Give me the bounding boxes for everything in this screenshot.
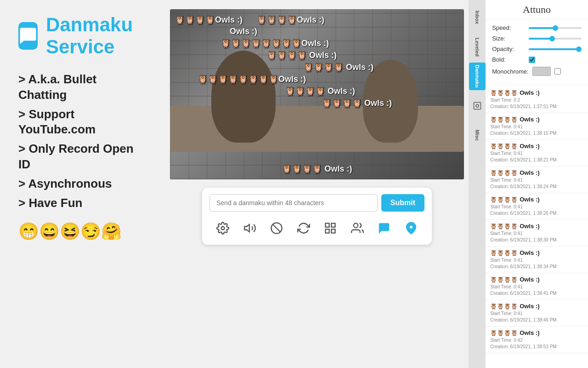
danmaku-input[interactable]	[209, 194, 378, 212]
refresh-icon[interactable]	[294, 218, 314, 238]
size-slider-track[interactable]	[529, 38, 582, 40]
message-owls-5: 🦉🦉🦉🦉	[490, 223, 518, 230]
controls-section: Speed: Size: Opacity: B	[486, 20, 588, 85]
message-header-6: 🦉🦉🦉🦉 Owls :)	[490, 249, 583, 256]
video-background: 🦉🦉🦉🦉Owls :) 🦉🦉🦉🦉Owls :) Owls :) 🦉🦉🦉🦉🦉🦉🦉🦉…	[170, 9, 464, 179]
speed-slider-track[interactable]	[529, 27, 582, 29]
bold-checkbox[interactable]	[529, 57, 535, 63]
message-owls-7: 🦉🦉🦉🦉	[490, 276, 518, 283]
message-item-4[interactable]: 🦉🦉🦉🦉 Owls :) Start Time: 0:41 Creation: …	[486, 193, 588, 220]
message-header-7: 🦉🦉🦉🦉 Owls :)	[490, 276, 583, 283]
size-slider-fill	[529, 38, 552, 40]
sidebar-tab-danmaku[interactable]: Danmaku	[469, 63, 486, 90]
message-item-3[interactable]: 🦉🦉🦉🦉 Owls :) Start Time: 0:41 Creation: …	[486, 167, 588, 193]
message-name-8: Owls :)	[520, 303, 539, 310]
feature-item-1: > Support YouTube.com	[18, 107, 147, 138]
danmaku-bottom-line: 🦉🦉🦉🦉 Owls :)	[282, 164, 352, 174]
speed-control-row: Speed:	[492, 24, 582, 31]
size-slider-thumb[interactable]	[549, 36, 555, 41]
message-item-6[interactable]: 🦉🦉🦉🦉 Owls :) Start Time: 0:41 Creation: …	[486, 247, 588, 273]
message-owls-8: 🦉🦉🦉🦉	[490, 303, 518, 310]
bold-label: Bold:	[492, 56, 525, 63]
danmaku-bottom: 🦉🦉🦉🦉 Owls :)	[282, 163, 352, 175]
svg-rect-5	[332, 224, 335, 227]
message-item-5[interactable]: 🦉🦉🦉🦉 Owls :) Start Time: 0:41 Creation: …	[486, 220, 588, 247]
app-title-text: Danmaku Service	[46, 14, 147, 58]
video-player[interactable]: 🦉🦉🦉🦉Owls :) 🦉🦉🦉🦉Owls :) Owls :) 🦉🦉🦉🦉🦉🦉🦉🦉…	[170, 9, 464, 179]
owl-right	[363, 60, 418, 143]
block-icon[interactable]	[266, 218, 287, 238]
message-name-9: Owls :)	[520, 329, 539, 336]
monochrome-checkbox[interactable]	[554, 68, 561, 75]
owl-left	[211, 51, 276, 143]
settings-icon[interactable]	[213, 218, 233, 238]
feature-item-3: > Asynchronous	[18, 176, 147, 192]
sidebar-tabs: Inbox Leveled Danmaku Misc	[469, 0, 486, 368]
opacity-label: Opacity:	[492, 46, 525, 52]
svg-point-9	[409, 225, 413, 229]
message-start-7: Start Time: 0:41	[490, 284, 583, 290]
message-name-0: Owls :)	[520, 89, 539, 96]
message-start-2: Start Time: 0:41	[490, 150, 583, 157]
svg-marker-1	[244, 224, 249, 232]
message-creation-2: Creation: 6/19/2021, 1:38:21 PM	[490, 157, 583, 163]
message-header-5: 🦉🦉🦉🦉 Owls :)	[490, 223, 583, 230]
speed-label: Speed:	[492, 24, 525, 31]
input-row: Submit	[209, 194, 424, 212]
message-name-6: Owls :)	[520, 249, 539, 256]
message-owls-6: 🦉🦉🦉🦉	[490, 250, 518, 256]
opacity-slider-track[interactable]	[529, 48, 582, 50]
pin-icon[interactable]	[401, 218, 421, 238]
message-creation-7: Creation: 6/19/2021, 1:38:41 PM	[490, 290, 583, 297]
message-start-4: Start Time: 0:41	[490, 204, 583, 210]
chat-bubble-icon	[18, 26, 38, 46]
svg-line-3	[273, 224, 280, 232]
users-icon[interactable]	[347, 218, 368, 238]
message-item-2[interactable]: 🦉🦉🦉🦉 Owls :) Start Time: 0:41 Creation: …	[486, 140, 588, 167]
message-owls-4: 🦉🦉🦉🦉	[490, 196, 518, 203]
message-creation-6: Creation: 6/19/2021, 1:38:34 PM	[490, 264, 583, 270]
monochrome-color-swatch[interactable]	[532, 67, 551, 76]
svg-point-0	[221, 227, 225, 230]
message-item-1[interactable]: 🦉🦉🦉🦉 Owls :) Start Time: 0:41 Creation: …	[486, 113, 588, 140]
message-header-1: 🦉🦉🦉🦉 Owls :)	[490, 116, 583, 123]
message-name-4: Owls :)	[520, 196, 539, 203]
svg-rect-7	[332, 229, 335, 233]
message-name-1: Owls :)	[520, 116, 539, 123]
message-item-0[interactable]: 🦉🦉🦉🦉 Owls :) Start Time: 0:2 Creation: 6…	[486, 86, 588, 113]
message-creation-5: Creation: 6/19/2021, 1:38:30 PM	[490, 237, 583, 243]
svg-point-8	[354, 224, 358, 228]
message-item-7[interactable]: 🦉🦉🦉🦉 Owls :) Start Time: 0:41 Creation: …	[486, 273, 588, 300]
message-item-9[interactable]: 🦉🦉🦉🦉 Owls :) Start Time: 0:42 Creation: …	[486, 327, 588, 353]
message-start-3: Start Time: 0:41	[490, 177, 583, 184]
emoji-row: 😁😄😆😏🤗	[18, 222, 147, 241]
message-start-9: Start Time: 0:42	[490, 337, 583, 344]
message-start-5: Start Time: 0:41	[490, 230, 583, 237]
feature-item-4: > Have Fun	[18, 196, 147, 211]
message-start-0: Start Time: 0:2	[490, 97, 583, 104]
message-creation-0: Creation: 6/19/2021, 1:37:51 PM	[490, 104, 583, 110]
speed-slider-thumb[interactable]	[553, 25, 558, 31]
grid-icon[interactable]	[320, 218, 340, 238]
sidebar-tab-inbox[interactable]: Inbox	[469, 4, 486, 31]
volume-icon[interactable]	[240, 218, 260, 238]
message-start-6: Start Time: 0:41	[490, 257, 583, 264]
features-list: > A.k.a. Bullet Chatting > Support YouTu…	[18, 72, 147, 241]
sidebar-tab-misc[interactable]: Misc	[469, 121, 486, 149]
sidebar-tab-leveled[interactable]: Leveled	[469, 33, 486, 61]
sidebar-tab-record[interactable]	[469, 92, 486, 120]
opacity-slider-thumb[interactable]	[576, 46, 582, 52]
message-header-4: 🦉🦉🦉🦉 Owls :)	[490, 196, 583, 203]
feature-item-2: > Only Record Open ID	[18, 141, 147, 172]
monochrome-control-row: Monochrome:	[492, 67, 582, 76]
message-item-8[interactable]: 🦉🦉🦉🦉 Owls :) Start Time: 0:41 Creation: …	[486, 300, 588, 327]
svg-rect-4	[326, 224, 329, 227]
submit-button[interactable]: Submit	[381, 194, 424, 212]
message-creation-4: Creation: 6/19/2021, 1:38:26 PM	[490, 210, 583, 217]
message-name-5: Owls :)	[520, 223, 539, 230]
chat-bubble-toolbar-icon[interactable]	[374, 218, 394, 238]
message-creation-8: Creation: 6/19/2021, 1:38:46 PM	[490, 317, 583, 323]
toolbar-row	[209, 218, 424, 238]
message-header-3: 🦉🦉🦉🦉 Owls :)	[490, 169, 583, 176]
message-start-8: Start Time: 0:41	[490, 310, 583, 317]
